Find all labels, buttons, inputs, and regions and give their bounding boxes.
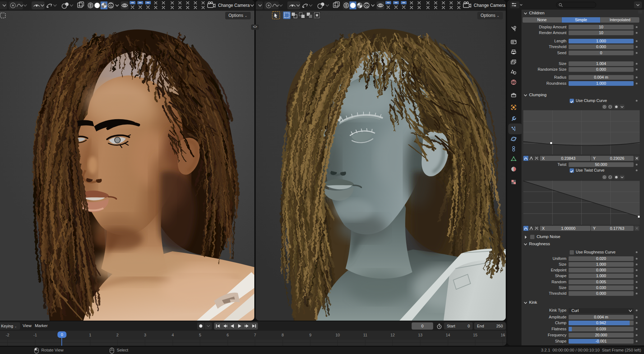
svg-text:4: 4	[172, 333, 174, 337]
svg-text:8: 8	[282, 333, 284, 337]
svg-text:14: 14	[446, 333, 450, 337]
svg-text:12: 12	[390, 333, 395, 337]
svg-text:9: 9	[309, 333, 311, 337]
svg-text:5: 5	[199, 333, 201, 337]
svg-text:Change Camera: Change Camera	[474, 3, 505, 8]
svg-text:15: 15	[473, 333, 477, 337]
svg-text:0: 0	[61, 332, 63, 337]
svg-text:13: 13	[418, 333, 422, 337]
svg-text:10: 10	[335, 333, 340, 337]
svg-text:7: 7	[254, 333, 256, 337]
svg-text:1: 1	[89, 333, 91, 337]
svg-text:6: 6	[227, 333, 229, 337]
svg-text:-2: -2	[6, 333, 9, 337]
svg-text:11: 11	[363, 333, 367, 337]
svg-text:‹: ‹	[504, 333, 505, 337]
svg-text:-1: -1	[33, 333, 37, 337]
svg-text:3: 3	[144, 333, 146, 337]
svg-text:Change Camera: Change Camera	[218, 3, 250, 8]
svg-text:2: 2	[116, 333, 119, 337]
